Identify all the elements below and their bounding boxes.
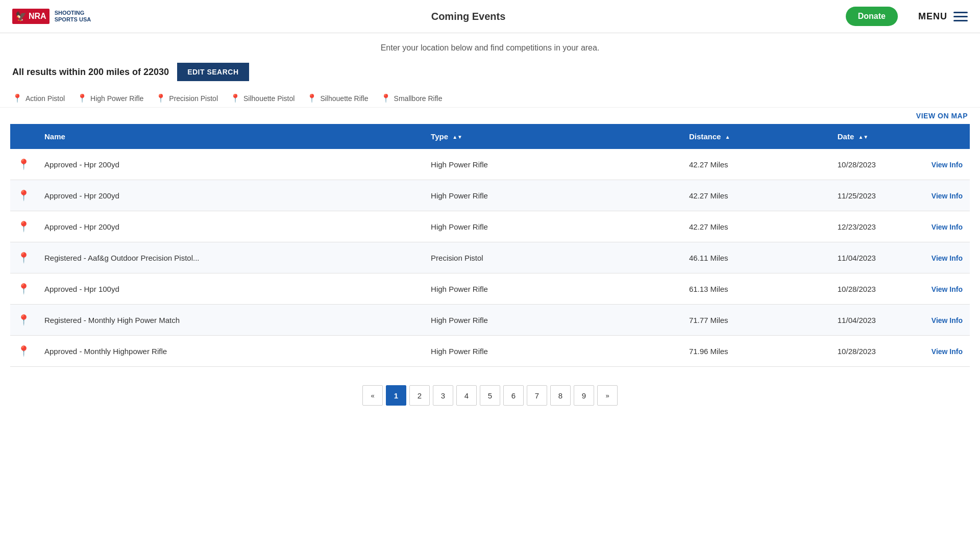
- row-distance: 61.13 Miles: [682, 273, 830, 305]
- filter-tab-action-pistol[interactable]: 📍 Action Pistol: [12, 93, 65, 103]
- pin-icon: 📍: [230, 93, 240, 103]
- row-action: View Info: [924, 305, 970, 336]
- location-pin-icon: 📍: [17, 283, 30, 294]
- page-6-button[interactable]: 6: [503, 385, 524, 406]
- view-info-link[interactable]: View Info: [932, 254, 963, 262]
- events-table: Name Type ▲▼ Distance ▲ Date ▲▼ 📍: [10, 124, 970, 367]
- filter-tab-smallbore-rifle[interactable]: 📍 Smallbore Rifle: [381, 93, 443, 103]
- filter-label: Silhouette Pistol: [243, 94, 295, 103]
- view-info-link[interactable]: View Info: [932, 347, 963, 356]
- th-action: [924, 124, 970, 149]
- view-on-map-link[interactable]: VIEW ON MAP: [916, 112, 968, 120]
- page-next-button[interactable]: »: [597, 385, 618, 406]
- row-action: View Info: [924, 180, 970, 211]
- row-action: View Info: [924, 242, 970, 273]
- row-action: View Info: [924, 149, 970, 180]
- hamburger-icon: [953, 12, 968, 21]
- th-type[interactable]: Type ▲▼: [424, 124, 682, 149]
- location-pin-icon: 📍: [17, 252, 30, 263]
- logo[interactable]: 🦅 NRA SHOOTING SPORTS USA: [12, 9, 91, 24]
- pin-icon: 📍: [12, 93, 22, 103]
- row-name: Approved - Hpr 200yd: [37, 211, 424, 242]
- row-name: Approved - Monthly Highpower Rifle: [37, 336, 424, 367]
- menu-area[interactable]: MENU: [918, 11, 968, 22]
- table-row: 📍 Registered - Monthly High Power Match …: [10, 305, 970, 336]
- row-pin-cell: 📍: [10, 242, 37, 273]
- results-text: All results within 200 miles of 22030: [12, 67, 169, 78]
- row-type: High Power Rifle: [424, 211, 682, 242]
- row-action: View Info: [924, 336, 970, 367]
- row-type: High Power Rifle: [424, 305, 682, 336]
- edit-search-button[interactable]: EDIT SEARCH: [177, 63, 249, 81]
- row-date: 10/28/2023: [830, 336, 924, 367]
- sort-arrows-date: ▲▼: [858, 135, 868, 140]
- row-type: High Power Rifle: [424, 149, 682, 180]
- page-9-button[interactable]: 9: [574, 385, 594, 406]
- nra-text: NRA: [29, 12, 46, 21]
- row-type: High Power Rifle: [424, 180, 682, 211]
- row-distance: 42.27 Miles: [682, 211, 830, 242]
- row-action: View Info: [924, 273, 970, 305]
- filter-label: High Power Rifle: [90, 94, 143, 103]
- table-row: 📍 Approved - Hpr 200yd High Power Rifle …: [10, 149, 970, 180]
- page-3-button[interactable]: 3: [433, 385, 453, 406]
- page-7-button[interactable]: 7: [527, 385, 547, 406]
- row-name: Registered - Monthly High Power Match: [37, 305, 424, 336]
- filter-tab-high-power-rifle[interactable]: 📍 High Power Rifle: [77, 93, 143, 103]
- page-8-button[interactable]: 8: [550, 385, 571, 406]
- table-header: Name Type ▲▼ Distance ▲ Date ▲▼: [10, 124, 970, 149]
- coming-events-link[interactable]: Coming Events: [431, 11, 506, 22]
- th-distance[interactable]: Distance ▲: [682, 124, 830, 149]
- header-nav: Coming Events: [91, 11, 846, 22]
- pin-icon: 📍: [307, 93, 317, 103]
- page-4-button[interactable]: 4: [456, 385, 477, 406]
- row-pin-cell: 📍: [10, 149, 37, 180]
- view-info-link[interactable]: View Info: [932, 161, 963, 169]
- pin-icon: 📍: [77, 93, 87, 103]
- filter-label: Action Pistol: [26, 94, 65, 103]
- page-1-button[interactable]: 1: [386, 385, 406, 406]
- page-5-button[interactable]: 5: [480, 385, 500, 406]
- events-table-container: Name Type ▲▼ Distance ▲ Date ▲▼ 📍: [0, 124, 980, 367]
- row-distance: 46.11 Miles: [682, 242, 830, 273]
- row-pin-cell: 📍: [10, 305, 37, 336]
- table-body: 📍 Approved - Hpr 200yd High Power Rifle …: [10, 149, 970, 367]
- view-info-link[interactable]: View Info: [932, 316, 963, 324]
- view-info-link[interactable]: View Info: [932, 223, 963, 231]
- logo-subtitle: SHOOTING SPORTS USA: [55, 10, 91, 23]
- row-distance: 42.27 Miles: [682, 180, 830, 211]
- row-type: Precision Pistol: [424, 242, 682, 273]
- table-row: 📍 Approved - Monthly Highpower Rifle Hig…: [10, 336, 970, 367]
- th-icon: [10, 124, 37, 149]
- filter-label: Silhouette Rifle: [320, 94, 368, 103]
- filter-tab-silhouette-pistol[interactable]: 📍 Silhouette Pistol: [230, 93, 295, 103]
- filter-tab-silhouette-rifle[interactable]: 📍 Silhouette Rifle: [307, 93, 368, 103]
- donate-button[interactable]: Donate: [846, 7, 898, 26]
- sort-arrows-distance: ▲: [725, 135, 730, 140]
- table-row: 📍 Approved - Hpr 200yd High Power Rifle …: [10, 211, 970, 242]
- th-date[interactable]: Date ▲▼: [830, 124, 924, 149]
- view-info-link[interactable]: View Info: [932, 192, 963, 200]
- row-name: Registered - Aaf&g Outdoor Precision Pis…: [37, 242, 424, 273]
- row-type: High Power Rifle: [424, 273, 682, 305]
- pin-icon: 📍: [156, 93, 166, 103]
- view-info-link[interactable]: View Info: [932, 285, 963, 293]
- row-date: 10/28/2023: [830, 273, 924, 305]
- header: 🦅 NRA SHOOTING SPORTS USA Coming Events …: [0, 0, 980, 33]
- row-pin-cell: 📍: [10, 336, 37, 367]
- row-date: 11/04/2023: [830, 305, 924, 336]
- row-date: 12/23/2023: [830, 211, 924, 242]
- row-date: 11/04/2023: [830, 242, 924, 273]
- page-prev-button[interactable]: «: [362, 385, 383, 406]
- location-pin-icon: 📍: [17, 221, 30, 232]
- logo-box: 🦅 NRA: [12, 9, 50, 24]
- row-type: High Power Rifle: [424, 336, 682, 367]
- row-action: View Info: [924, 211, 970, 242]
- row-pin-cell: 📍: [10, 180, 37, 211]
- row-pin-cell: 📍: [10, 211, 37, 242]
- filter-tabs: 📍 Action Pistol 📍 High Power Rifle 📍 Pre…: [0, 89, 980, 108]
- location-pin-icon: 📍: [17, 345, 30, 357]
- page-2-button[interactable]: 2: [409, 385, 430, 406]
- filter-tab-precision-pistol[interactable]: 📍 Precision Pistol: [156, 93, 218, 103]
- location-pin-icon: 📍: [17, 190, 30, 201]
